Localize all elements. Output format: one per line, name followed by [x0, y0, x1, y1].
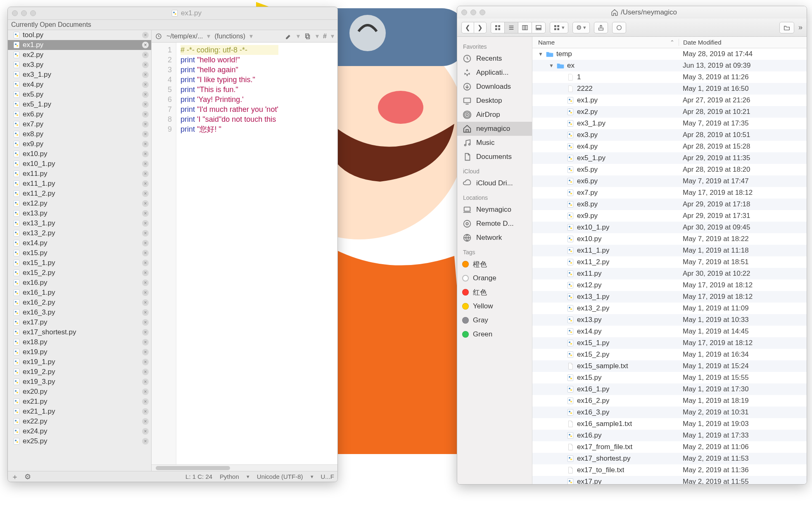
close-icon[interactable]: × — [142, 210, 149, 217]
column-date[interactable]: Date Modified — [683, 39, 722, 46]
close-icon[interactable]: × — [142, 289, 149, 296]
open-document-item[interactable]: ex15_2.py× — [8, 268, 151, 278]
open-documents-list[interactable]: tool.py×ex1.py×ex2.py×ex3.py×ex3_1.py×ex… — [8, 30, 152, 471]
close-icon[interactable]: × — [142, 81, 149, 88]
open-document-item[interactable]: ex18.py× — [8, 337, 151, 347]
tags-button[interactable] — [612, 22, 626, 33]
tag-item[interactable]: Gray — [457, 313, 532, 327]
close-icon[interactable]: × — [142, 438, 149, 445]
open-document-item[interactable]: ex12.py× — [8, 199, 151, 208]
functions-dropdown[interactable]: (functions) — [214, 33, 245, 40]
close-icon[interactable]: × — [142, 369, 149, 375]
sidebar-item-music[interactable]: Music — [457, 136, 532, 150]
open-document-item[interactable]: ex21_1.py× — [8, 407, 151, 416]
file-rows[interactable]: ▼tempMay 28, 2019 at 17:44▼exJun 13, 201… — [532, 48, 807, 484]
open-document-item[interactable]: ex24.py× — [8, 426, 151, 436]
close-icon[interactable]: × — [142, 190, 149, 197]
close-icon[interactable]: × — [142, 279, 149, 286]
close-icon[interactable]: × — [142, 170, 149, 177]
file-row[interactable]: ex13_1.pyMay 17, 2019 at 18:12 — [532, 291, 807, 303]
file-row[interactable]: ex17_to_file.txtMay 2, 2019 at 11:36 — [532, 464, 807, 476]
open-document-item[interactable]: ex17.py× — [8, 317, 151, 327]
disclosure-triangle-icon[interactable]: ▼ — [549, 63, 554, 69]
close-icon[interactable]: × — [142, 388, 149, 395]
close-icon[interactable]: × — [142, 180, 149, 187]
open-document-item[interactable]: ex3_1.py× — [8, 70, 151, 80]
file-row[interactable]: ex13_2.pyMay 1, 2019 at 11:09 — [532, 303, 807, 314]
file-row[interactable]: ex17.pyMay 2, 2019 at 11:55 — [532, 476, 807, 484]
close-icon[interactable]: × — [142, 121, 149, 128]
file-row[interactable]: ex15_1.pyMay 17, 2019 at 18:12 — [532, 337, 807, 349]
close-icon[interactable]: × — [142, 270, 149, 276]
open-document-item[interactable]: ex11_1.py× — [8, 179, 151, 189]
open-document-item[interactable]: ex14.py× — [8, 238, 151, 248]
editor-titlebar[interactable]: ex1.py — [8, 7, 337, 19]
file-row[interactable]: ex16_2.pyMay 1, 2019 at 18:19 — [532, 395, 807, 407]
file-row[interactable]: ex16_1.pyMay 1, 2019 at 17:30 — [532, 383, 807, 395]
open-document-item[interactable]: ex17_shortest.py× — [8, 327, 151, 337]
sidebar-item-icloud-dri-[interactable]: iCloud Dri... — [457, 176, 532, 190]
file-row[interactable]: ex3.pyApr 28, 2019 at 10:51 — [532, 129, 807, 141]
traffic-lights[interactable] — [12, 10, 36, 16]
sidebar-item-documents[interactable]: Documents — [457, 150, 532, 164]
close-icon[interactable]: × — [142, 418, 149, 425]
open-document-item[interactable]: ex9.py× — [8, 139, 151, 149]
file-row[interactable]: ex11_1.pyMay 1, 2019 at 11:18 — [532, 245, 807, 256]
breadcrumb[interactable]: ~/temp/ex/... — [166, 33, 203, 40]
back-button[interactable]: ❮ — [461, 22, 474, 33]
open-document-item[interactable]: ex16_1.py× — [8, 288, 151, 298]
open-document-item[interactable]: ex13_2.py× — [8, 228, 151, 238]
sidebar-item-airdrop[interactable]: AirDrop — [457, 108, 532, 122]
file-row[interactable]: ex6.pyMay 7, 2019 at 17:47 — [532, 175, 807, 187]
horizontal-scrollbar[interactable] — [152, 464, 337, 471]
file-row[interactable]: 2222May 1, 2019 at 16:50 — [532, 83, 807, 95]
close-icon[interactable]: × — [142, 349, 149, 355]
close-icon[interactable]: × — [142, 200, 149, 207]
close-icon[interactable]: × — [142, 42, 149, 48]
open-document-item[interactable]: ex7.py× — [8, 119, 151, 129]
file-row[interactable]: ex10_1.pyApr 30, 2019 at 09:45 — [532, 222, 807, 233]
close-icon[interactable]: × — [142, 91, 149, 98]
action-button[interactable]: ⚙︎ ▾ — [572, 22, 590, 33]
file-row[interactable]: 1May 3, 2019 at 11:26 — [532, 71, 807, 83]
open-document-item[interactable]: ex10_1.py× — [8, 159, 151, 169]
tag-item[interactable]: Green — [457, 327, 532, 341]
hash-icon[interactable]: # — [323, 33, 327, 40]
close-icon[interactable]: × — [142, 52, 149, 58]
open-document-item[interactable]: ex6.py× — [8, 109, 151, 119]
close-icon[interactable]: × — [142, 141, 149, 147]
open-document-item[interactable]: ex19_2.py× — [8, 367, 151, 377]
traffic-lights[interactable] — [461, 9, 485, 15]
language-mode[interactable]: Python — [220, 473, 239, 480]
open-document-item[interactable]: ex15.py× — [8, 248, 151, 258]
open-document-item[interactable]: ex16.py× — [8, 278, 151, 288]
close-icon[interactable]: × — [142, 62, 149, 68]
file-row[interactable]: ex15_sample.txtMay 1, 2019 at 15:24 — [532, 360, 807, 372]
file-row[interactable]: ex5_1.pyApr 29, 2019 at 11:35 — [532, 152, 807, 164]
close-icon[interactable]: × — [142, 220, 149, 227]
settings-icon[interactable]: ⚙︎ — [24, 472, 31, 481]
view-columns-button[interactable] — [518, 22, 532, 33]
sidebar-item-neymagico[interactable]: Neymagico — [457, 203, 532, 217]
file-row[interactable]: ex13.pyMay 1, 2019 at 10:33 — [532, 314, 807, 326]
close-icon[interactable]: × — [142, 101, 149, 108]
file-row[interactable]: ▼tempMay 28, 2019 at 17:44 — [532, 48, 807, 60]
close-icon[interactable]: × — [142, 299, 149, 306]
tag-item[interactable]: Yellow — [457, 299, 532, 313]
file-row[interactable]: ex5.pyApr 28, 2019 at 18:20 — [532, 164, 807, 175]
sidebar-item-downloads[interactable]: Downloads — [457, 80, 532, 94]
open-document-item[interactable]: ex10.py× — [8, 149, 151, 159]
open-document-item[interactable]: ex3.py× — [8, 60, 151, 70]
close-icon[interactable]: × — [142, 250, 149, 256]
open-document-item[interactable]: ex16_2.py× — [8, 298, 151, 308]
file-row[interactable]: ex3_1.pyMay 7, 2019 at 17:35 — [532, 118, 807, 129]
file-row[interactable]: ex4.pyApr 28, 2019 at 15:28 — [532, 141, 807, 152]
open-document-item[interactable]: ex8.py× — [8, 129, 151, 139]
file-row[interactable]: ex16.pyMay 1, 2019 at 17:33 — [532, 430, 807, 441]
view-gallery-button[interactable] — [532, 22, 546, 33]
open-document-item[interactable]: ex22.py× — [8, 416, 151, 426]
sidebar-item-applicati-[interactable]: Applicati... — [457, 66, 532, 80]
share-button[interactable] — [594, 22, 608, 33]
new-folder-button[interactable] — [779, 22, 794, 33]
file-row[interactable]: ex14.pyMay 1, 2019 at 14:45 — [532, 326, 807, 337]
